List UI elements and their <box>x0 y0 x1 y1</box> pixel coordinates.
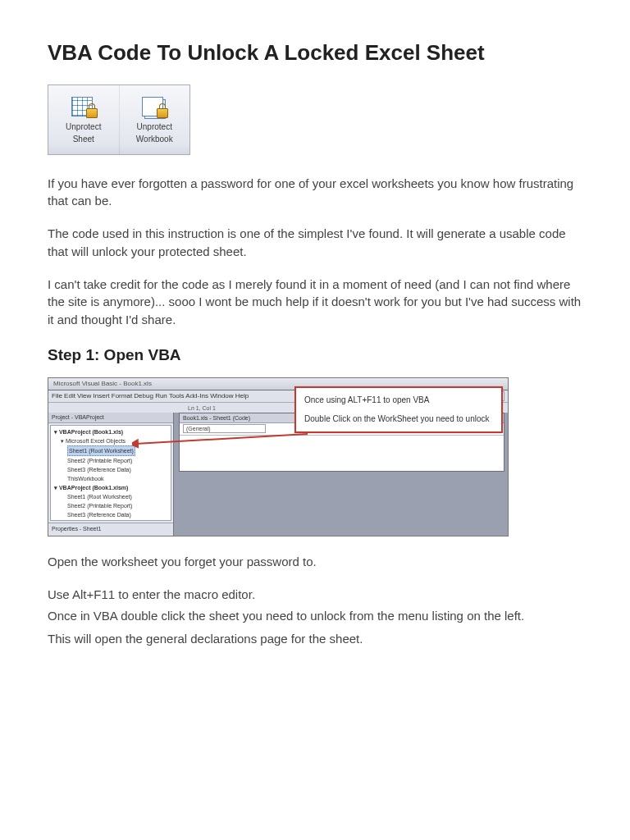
tree-workbook: ThisWorkbook <box>54 474 169 483</box>
step1-heading: Step 1: Open VBA <box>48 344 582 367</box>
pane-title: Project - VBAProject <box>48 413 173 423</box>
tree-sheet: Sheet2 (Printable Report) <box>54 456 169 465</box>
tree-sheet: Sheet1 (Root Worksheet) <box>54 492 169 501</box>
button-label: Workbook <box>136 134 173 146</box>
properties-pane: Properties - Sheet1 <box>48 523 173 536</box>
step1-paragraph: Once in VBA double click the sheet you n… <box>48 607 582 625</box>
step1-paragraph: This will open the general declarations … <box>48 630 582 648</box>
intro-paragraph: I can't take credit for the code as I me… <box>48 276 582 329</box>
lock-icon <box>157 108 168 118</box>
callout-box: Once using ALT+F11 to open VBA Double Cl… <box>294 386 503 433</box>
tree-project: ▾ VBAProject (Book1.xls) <box>54 427 169 436</box>
tree-sheet: Sheet1 (Root Worksheet) <box>54 445 169 456</box>
lock-icon <box>86 108 98 118</box>
menu-items: File Edit View Insert Format Debug Run T… <box>52 390 249 402</box>
unprotect-sheet-button: Unprotect Sheet <box>48 85 120 154</box>
project-tree: ▾ VBAProject (Book1.xls) ▾ Microsoft Exc… <box>50 425 171 521</box>
step1-paragraph: Open the worksheet you forget your passw… <box>48 553 582 571</box>
code-scope-dropdown: (General) <box>183 424 266 433</box>
tree-sheet: Sheet3 (Reference Data) <box>54 510 169 519</box>
callout-text: Double Click on the WorkSheet you need t… <box>304 413 493 426</box>
tree-project: ▾ VBAProject (Book1.xlsm) <box>54 483 169 492</box>
step1-paragraph: Use Alt+F11 to enter the macro editor. <box>48 586 582 604</box>
tree-sheet: Sheet2 (Printable Report) <box>54 501 169 510</box>
page-title: VBA Code To Unlock A Locked Excel Sheet <box>48 39 582 66</box>
project-explorer-pane: Project - VBAProject ▾ VBAProject (Book1… <box>48 413 174 536</box>
intro-paragraph: The code used in this instruction is one… <box>48 225 582 261</box>
vba-editor-screenshot: Microsoft Visual Basic - Book1.xls File … <box>48 377 509 536</box>
tree-folder: ▾ Microsoft Excel Objects <box>54 436 169 445</box>
intro-paragraph: If you have ever forgotten a password fo… <box>48 175 582 211</box>
ribbon-screenshot: Unprotect Sheet Unprotect Workbook <box>48 84 190 155</box>
button-label: Sheet <box>73 134 94 146</box>
callout-text: Once using ALT+F11 to open VBA <box>304 395 493 407</box>
unprotect-workbook-button: Unprotect Workbook <box>120 85 190 154</box>
tree-workbook: ThisWorkbook <box>54 519 169 521</box>
tree-sheet: Sheet3 (Reference Data) <box>54 465 169 474</box>
button-label: Unprotect <box>66 121 101 134</box>
button-label: Unprotect <box>137 121 172 134</box>
